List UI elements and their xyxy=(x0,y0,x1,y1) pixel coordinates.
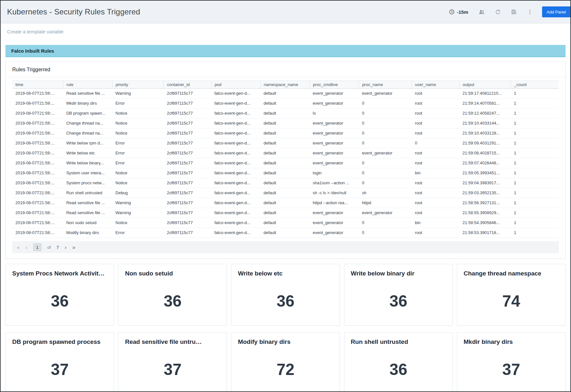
table-row[interactable]: 2019-08-07T21:58:...Non sudo setuidNotic… xyxy=(12,218,559,228)
cell-proc_cmdline: ls xyxy=(309,109,359,118)
header-controls: -15m Add Panel xyxy=(449,6,570,17)
cell-time: 2019-08-07T21:59:... xyxy=(12,118,63,128)
stat-card[interactable]: Write below etc36 xyxy=(231,264,340,326)
table-row[interactable]: 2019-08-07T21:59:...Change thread na...N… xyxy=(12,128,559,138)
column-header-user_name[interactable]: user_name xyxy=(412,81,459,89)
cell-rule: System procs netw... xyxy=(63,178,112,188)
table-row[interactable]: 2019-08-07T21:58:...Read sensitive file … xyxy=(12,198,559,208)
cell-time: 2019-08-07T21:59:... xyxy=(12,158,63,168)
cell-proc_name: 0 xyxy=(359,99,412,109)
rules-triggered-panel: Rules Triggerred timeruleprioritycontain… xyxy=(5,61,566,259)
group-banner-falco-inbuilt-rules[interactable]: Falco Inbuilt Rules xyxy=(5,45,566,57)
cell-namespace_name: default xyxy=(260,138,309,148)
cell-output: 21:59:09.4031291... xyxy=(459,138,511,148)
table-row[interactable]: 2019-08-07T21:59:...Run shell untrustedD… xyxy=(12,188,559,198)
cell-namespace_name: default xyxy=(260,188,309,198)
cell-_count: 1 xyxy=(511,148,559,158)
cell-namespace_name: default xyxy=(260,208,309,218)
cell-pod: falco-event-gen-d... xyxy=(211,128,260,138)
cell-rule: Modify binary dirs xyxy=(63,228,112,238)
cell-pod: falco-event-gen-d... xyxy=(211,89,260,99)
table-row[interactable]: 2019-08-07T21:59:...Write below rpm d...… xyxy=(12,138,559,148)
table-row[interactable]: 2019-08-07T21:59:...Write below etcError… xyxy=(12,148,559,158)
cell-pod: falco-event-gen-d... xyxy=(211,148,260,158)
stat-card[interactable]: Change thread namespace74 xyxy=(457,264,566,326)
cell-namespace_name: default xyxy=(260,118,309,128)
stat-card[interactable]: DB program spawned process37 xyxy=(5,332,114,392)
save-icon[interactable] xyxy=(510,8,518,16)
table-row[interactable]: 2019-08-07T21:59:...System user intera..… xyxy=(12,168,559,178)
cell-namespace_name: default xyxy=(260,128,309,138)
column-header-proc_cmdline[interactable]: proc_cmdline xyxy=(309,81,359,89)
stat-card[interactable]: Modify binary dirs72 xyxy=(231,332,340,392)
table-row[interactable]: 2019-08-07T21:59:...Mkdir binary dirsErr… xyxy=(12,99,559,109)
cell-pod: falco-event-gen-d... xyxy=(211,158,260,168)
time-range-label: -15m xyxy=(457,9,468,15)
prev-page-icon[interactable]: ‹ xyxy=(25,245,27,250)
column-header-rule[interactable]: rule xyxy=(63,81,112,89)
next-page-icon[interactable]: › xyxy=(65,245,67,250)
cell-container_id: 2cf697115c77 xyxy=(164,218,211,228)
kebab-menu-icon[interactable] xyxy=(526,8,534,16)
stat-card[interactable]: Mkdir binary dirs37 xyxy=(457,332,566,392)
cell-proc_name: 0 xyxy=(359,109,412,118)
stat-card[interactable]: System Procs Network Activity Alerts36 xyxy=(5,264,114,326)
column-header-_count[interactable]: _count xyxy=(511,81,559,89)
cell-proc_cmdline: event_generator xyxy=(309,228,359,238)
table-row[interactable]: 2019-08-07T21:58:...Read sensitive file … xyxy=(12,208,559,218)
column-header-time[interactable]: time xyxy=(12,81,63,89)
cell-proc_cmdline: event_generator xyxy=(309,138,359,148)
create-template-variable-link[interactable]: Create a template variable xyxy=(7,29,64,34)
refresh-icon[interactable] xyxy=(494,8,502,16)
column-header-priority[interactable]: priority xyxy=(112,81,164,89)
cell-_count: 1 xyxy=(511,99,559,109)
cell-user_name: root xyxy=(412,228,459,238)
cell-output: 21:59:08.4028715... xyxy=(459,148,511,158)
column-header-namespace_name[interactable]: namespace_name xyxy=(260,81,309,89)
clock-icon xyxy=(449,9,455,15)
cell-output: 21:58:56.3927131... xyxy=(459,198,511,208)
panel-title: Rules Triggerred xyxy=(12,67,50,72)
cell-_count: 1 xyxy=(511,118,559,128)
column-header-container_id[interactable]: container_id xyxy=(164,81,211,89)
stat-card[interactable]: Write below binary dir36 xyxy=(344,264,453,326)
cell-output: 21:58:53.3901716... xyxy=(459,228,511,238)
column-header-proc_name[interactable]: proc_name xyxy=(359,81,412,89)
cell-user_name: root xyxy=(412,188,459,198)
table-row[interactable]: 2019-08-07T21:59:...Change thread na...N… xyxy=(12,118,559,128)
stat-card-value: 36 xyxy=(389,360,407,379)
column-header-output[interactable]: output xyxy=(459,81,511,89)
cell-container_id: 2cf697115c77 xyxy=(164,188,211,198)
cell-user_name: root xyxy=(412,178,459,188)
table-row[interactable]: 2019-08-07T21:59:...System procs netw...… xyxy=(12,178,559,188)
stat-card[interactable]: Non sudo setuid36 xyxy=(118,264,227,326)
cell-user_name: root xyxy=(412,148,459,158)
stat-card[interactable]: Read sensitive file untru…37 xyxy=(118,332,227,392)
first-page-icon[interactable]: « xyxy=(17,245,20,250)
last-page-icon[interactable]: » xyxy=(72,245,75,250)
add-panel-button[interactable]: Add Panel xyxy=(542,6,570,17)
cell-proc_cmdline: event_generator xyxy=(309,208,359,218)
cell-proc_cmdline: httpd --action rea... xyxy=(309,198,359,208)
people-icon[interactable] xyxy=(478,8,486,16)
stat-card-title: Read sensitive file untru… xyxy=(119,333,227,345)
table-row[interactable]: 2019-08-07T21:59:...DB program spawn...N… xyxy=(12,109,559,118)
page-title: Kubernetes - Security Rules Triggered xyxy=(7,7,140,16)
stat-card[interactable]: Run shell untrusted36 xyxy=(344,332,453,392)
time-range-control[interactable]: -15m xyxy=(449,9,468,15)
cell-_count: 1 xyxy=(511,228,559,238)
cell-pod: falco-event-gen-d... xyxy=(211,228,260,238)
column-header-pod[interactable]: pod xyxy=(211,81,260,89)
table-row[interactable]: 2019-08-07T21:58:...Modify binary dirsEr… xyxy=(12,228,559,238)
stat-cards-grid: System Procs Network Activity Alerts36No… xyxy=(5,264,566,392)
rules-table: timeruleprioritycontainer_idpodnamespace… xyxy=(12,81,559,238)
current-page-input[interactable]: 1 xyxy=(33,243,41,251)
table-row[interactable]: 2019-08-07T21:59:...Write below binary..… xyxy=(12,158,559,168)
cell-rule: System user intera... xyxy=(63,168,112,178)
table-row[interactable]: 2019-08-07T21:59:...Read sensitive file … xyxy=(12,89,559,99)
cell-priority: Warning xyxy=(112,208,164,218)
pagination: « ‹ 1 of 7 › » xyxy=(12,241,559,253)
cell-output: 21:58:54.3905846... xyxy=(459,218,511,228)
cell-priority: Error xyxy=(112,158,164,168)
cell-user_name: 0 xyxy=(412,138,459,148)
